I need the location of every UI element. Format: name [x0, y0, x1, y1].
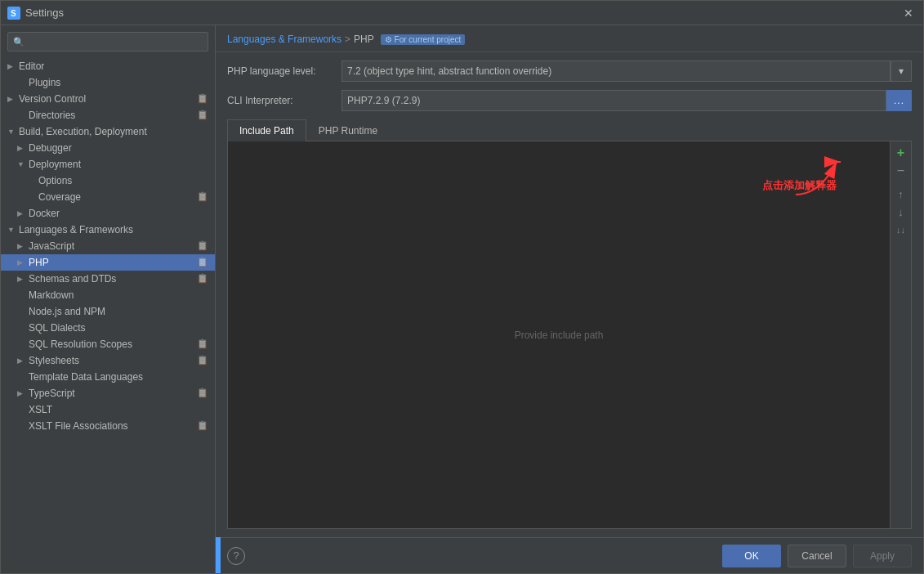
- sidebar-arrow-build-execution: ▼: [7, 128, 17, 136]
- sidebar-item-sql-resolution[interactable]: SQL Resolution Scopes📋: [1, 336, 215, 352]
- remove-path-button[interactable]: −: [893, 163, 909, 179]
- sidebar-item-stylesheets[interactable]: ▶Stylesheets📋: [1, 352, 215, 369]
- sidebar-copy-icon-directories: 📋: [197, 110, 208, 121]
- tab-include-path[interactable]: Include Path: [227, 119, 306, 141]
- sidebar-item-options[interactable]: Options: [1, 173, 215, 189]
- sidebar-copy-icon-schemas-dtds: 📋: [197, 273, 208, 285]
- sidebar-item-xslt-file[interactable]: XSLT File Associations📋: [1, 418, 215, 434]
- sidebar-item-php[interactable]: ▶PHP📋: [1, 254, 215, 271]
- sidebar-item-label-typescript: TypeScript: [29, 388, 208, 399]
- sidebar-arrow-version-control: ▶: [7, 95, 17, 103]
- bottom-bar: ? OK Cancel Apply: [216, 537, 923, 573]
- sidebar-item-languages-frameworks[interactable]: ▼Languages & Frameworks: [1, 222, 215, 238]
- svg-text:S: S: [11, 9, 16, 18]
- sidebar-copy-icon-sql-resolution: 📋: [197, 339, 208, 350]
- sidebar-items-container: ▶EditorPlugins▶Version Control📋Directori…: [1, 58, 215, 434]
- sidebar-arrow-php: ▶: [17, 258, 27, 267]
- sidebar-item-typescript[interactable]: ▶TypeScript📋: [1, 385, 215, 401]
- sidebar-item-label-nodejs-npm: Node.js and NPM: [29, 306, 208, 317]
- sidebar: 🔍 ▶EditorPlugins▶Version Control📋Directo…: [1, 25, 216, 573]
- sidebar-item-editor[interactable]: ▶Editor: [1, 58, 215, 74]
- sidebar-item-version-control[interactable]: ▶Version Control📋: [1, 91, 215, 107]
- main-content: 🔍 ▶EditorPlugins▶Version Control📋Directo…: [1, 25, 923, 573]
- sidebar-item-label-schemas-dtds: Schemas and DTDs: [29, 273, 208, 285]
- include-path-toolbar: + − ↑ ↓ ↓↓: [890, 141, 911, 528]
- search-icon: 🔍: [13, 37, 25, 47]
- right-panel: Languages & Frameworks > PHP ⚙ For curre…: [216, 25, 923, 573]
- sidebar-item-label-docker: Docker: [29, 208, 208, 219]
- sidebar-item-template-data[interactable]: Template Data Languages: [1, 369, 215, 385]
- include-path-area: Provide include path: [228, 141, 890, 528]
- sidebar-copy-icon-stylesheets: 📋: [197, 355, 208, 366]
- sidebar-item-label-markdown: Markdown: [29, 289, 208, 301]
- sidebar-item-sql-dialects[interactable]: SQL Dialects: [1, 320, 215, 336]
- sidebar-item-coverage[interactable]: Coverage📋: [1, 189, 215, 205]
- sidebar-item-nodejs-npm[interactable]: Node.js and NPM: [1, 303, 215, 320]
- settings-window: S Settings ✕ 🔍 ▶EditorPlugins▶Version Co…: [0, 0, 924, 574]
- sidebar-item-label-debugger: Debugger: [29, 142, 208, 154]
- sidebar-item-schemas-dtds[interactable]: ▶Schemas and DTDs📋: [1, 271, 215, 287]
- bottom-accent-strip: [216, 537, 221, 573]
- cancel-button[interactable]: Cancel: [788, 545, 846, 567]
- cli-interpreter-label: CLI Interpreter:: [227, 95, 341, 106]
- sidebar-copy-icon-coverage: 📋: [197, 191, 208, 203]
- move-down-button[interactable]: ↓: [893, 204, 909, 220]
- sidebar-item-deployment[interactable]: ▼Deployment: [1, 156, 215, 173]
- sidebar-arrow-docker: ▶: [17, 209, 27, 217]
- sidebar-item-label-deployment: Deployment: [29, 159, 208, 170]
- annotation-text: 点击添加解释器: [762, 178, 837, 193]
- sidebar-item-label-sql-dialects: SQL Dialects: [29, 322, 208, 334]
- include-path-empty-text: Provide include path: [515, 330, 604, 341]
- cli-interpreter-dots-btn[interactable]: ...: [886, 90, 912, 111]
- language-level-dropdown[interactable]: ▾: [891, 61, 912, 82]
- language-level-input[interactable]: [341, 61, 891, 82]
- sidebar-item-label-directories: Directories: [29, 110, 208, 121]
- cli-interpreter-row: CLI Interpreter: ...: [227, 90, 912, 111]
- sidebar-item-label-build-execution: Build, Execution, Deployment: [19, 126, 208, 137]
- tabs-bar: Include Path PHP Runtime: [227, 119, 912, 141]
- cli-interpreter-input[interactable]: [341, 90, 886, 111]
- help-button[interactable]: ?: [227, 547, 245, 565]
- title-bar: S Settings ✕: [1, 1, 923, 25]
- move-up-button[interactable]: ↑: [893, 186, 909, 202]
- sidebar-copy-icon-php: 📋: [197, 257, 208, 268]
- sidebar-item-javascript[interactable]: ▶JavaScript📋: [1, 238, 215, 254]
- sidebar-item-markdown[interactable]: Markdown: [1, 287, 215, 303]
- tab-content: Provide include path: [227, 141, 912, 529]
- sidebar-item-debugger[interactable]: ▶Debugger: [1, 140, 215, 156]
- add-path-button[interactable]: +: [893, 145, 909, 161]
- sidebar-arrow-deployment: ▼: [17, 160, 27, 168]
- sidebar-item-directories[interactable]: Directories📋: [1, 107, 215, 123]
- sidebar-item-label-xslt-file: XSLT File Associations: [29, 420, 208, 432]
- breadcrumb-link[interactable]: Languages & Frameworks: [227, 34, 341, 45]
- tabs-section: Include Path PHP Runtime Provide include…: [227, 119, 912, 529]
- sidebar-arrow-debugger: ▶: [17, 144, 27, 152]
- language-level-control: ▾: [341, 61, 912, 82]
- settings-content: PHP language level: ▾ CLI Interpreter: .…: [216, 52, 923, 537]
- sidebar-copy-icon-xslt-file: 📋: [197, 420, 208, 432]
- sidebar-arrow-editor: ▶: [7, 62, 17, 70]
- close-button[interactable]: ✕: [900, 5, 917, 21]
- tab-php-runtime[interactable]: PHP Runtime: [306, 119, 390, 141]
- sidebar-item-plugins[interactable]: Plugins: [1, 74, 215, 91]
- app-icon: S: [7, 7, 20, 20]
- breadcrumb-separator: >: [345, 34, 350, 45]
- sidebar-item-build-execution[interactable]: ▼Build, Execution, Deployment: [1, 123, 215, 140]
- sidebar-item-label-editor: Editor: [19, 61, 208, 72]
- sidebar-item-label-xslt: XSLT: [29, 404, 208, 415]
- sidebar-item-label-php: PHP: [29, 257, 208, 268]
- breadcrumb: Languages & Frameworks > PHP ⚙ For curre…: [216, 25, 923, 52]
- sidebar-item-label-version-control: Version Control: [19, 93, 208, 105]
- breadcrumb-badge: ⚙ For current project: [381, 34, 465, 45]
- sidebar-item-xslt[interactable]: XSLT: [1, 401, 215, 418]
- annotation-container: 点击添加解释器: [747, 154, 845, 205]
- sidebar-item-docker[interactable]: ▶Docker: [1, 205, 215, 222]
- search-box[interactable]: 🔍: [7, 32, 208, 52]
- ok-button[interactable]: OK: [722, 545, 781, 567]
- breadcrumb-current: PHP: [354, 34, 374, 45]
- apply-button[interactable]: Apply: [853, 545, 912, 567]
- language-level-label: PHP language level:: [227, 65, 341, 77]
- sidebar-item-label-sql-resolution: SQL Resolution Scopes: [29, 339, 208, 350]
- sidebar-arrow-typescript: ▶: [17, 389, 27, 397]
- move-bottom-button[interactable]: ↓↓: [893, 222, 909, 238]
